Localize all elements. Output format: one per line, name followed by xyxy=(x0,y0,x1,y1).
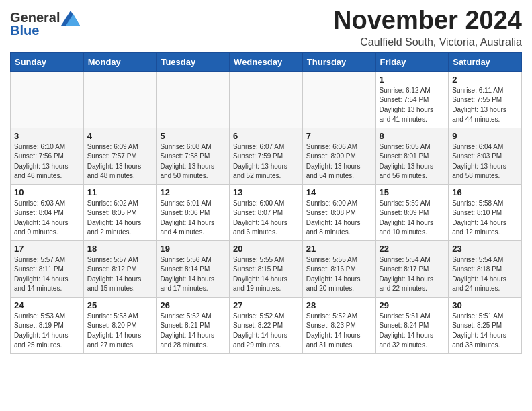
calendar-cell: 25Sunrise: 5:53 AMSunset: 8:20 PMDayligh… xyxy=(83,297,157,353)
calendar-cell: 12Sunrise: 6:01 AMSunset: 8:06 PMDayligh… xyxy=(157,184,230,240)
day-number: 24 xyxy=(14,300,80,310)
calendar-cell: 17Sunrise: 5:57 AMSunset: 8:11 PMDayligh… xyxy=(11,240,84,297)
day-info: Sunrise: 6:06 AMSunset: 8:00 PMDaylight:… xyxy=(306,142,372,181)
calendar-cell xyxy=(11,71,84,128)
calendar-week-3: 10Sunrise: 6:03 AMSunset: 8:04 PMDayligh… xyxy=(11,184,522,240)
day-info: Sunrise: 6:09 AMSunset: 7:57 PMDaylight:… xyxy=(87,142,153,181)
day-info: Sunrise: 6:02 AMSunset: 8:05 PMDaylight:… xyxy=(87,199,153,238)
day-info: Sunrise: 5:51 AMSunset: 8:24 PMDaylight:… xyxy=(380,312,445,351)
calendar-cell: 1Sunrise: 6:12 AMSunset: 7:54 PMDaylight… xyxy=(375,71,449,128)
calendar-cell: 29Sunrise: 5:51 AMSunset: 8:24 PMDayligh… xyxy=(375,297,449,353)
calendar-cell xyxy=(83,71,157,128)
calendar-cell: 30Sunrise: 5:51 AMSunset: 8:25 PMDayligh… xyxy=(449,297,522,353)
weekday-header-saturday: Saturday xyxy=(449,52,522,71)
day-number: 17 xyxy=(14,244,80,254)
day-number: 14 xyxy=(306,187,372,197)
day-number: 29 xyxy=(380,300,445,310)
day-number: 19 xyxy=(160,244,226,254)
title-block: November 2024 Caulfield South, Victoria,… xyxy=(333,7,522,48)
day-number: 4 xyxy=(87,131,153,141)
calendar-cell: 19Sunrise: 5:56 AMSunset: 8:14 PMDayligh… xyxy=(157,240,230,297)
day-number: 2 xyxy=(452,75,518,85)
calendar-week-5: 24Sunrise: 5:53 AMSunset: 8:19 PMDayligh… xyxy=(11,297,522,353)
calendar-cell: 3Sunrise: 6:10 AMSunset: 7:56 PMDaylight… xyxy=(11,128,84,184)
day-number: 3 xyxy=(14,131,80,141)
day-info: Sunrise: 5:57 AMSunset: 8:12 PMDaylight:… xyxy=(87,255,153,294)
day-info: Sunrise: 5:57 AMSunset: 8:11 PMDaylight:… xyxy=(14,255,80,294)
day-info: Sunrise: 5:59 AMSunset: 8:09 PMDaylight:… xyxy=(380,199,445,238)
day-info: Sunrise: 6:07 AMSunset: 7:59 PMDaylight:… xyxy=(233,142,299,181)
day-number: 27 xyxy=(233,300,299,310)
calendar-week-1: 1Sunrise: 6:12 AMSunset: 7:54 PMDaylight… xyxy=(11,71,522,128)
day-info: Sunrise: 5:53 AMSunset: 8:20 PMDaylight:… xyxy=(87,312,153,351)
day-number: 26 xyxy=(160,300,226,310)
calendar-cell: 2Sunrise: 6:11 AMSunset: 7:55 PMDaylight… xyxy=(449,71,522,128)
calendar-cell: 23Sunrise: 5:54 AMSunset: 8:18 PMDayligh… xyxy=(449,240,522,297)
day-number: 21 xyxy=(306,244,372,254)
month-title: November 2024 xyxy=(333,7,522,35)
day-number: 1 xyxy=(380,75,445,85)
logo: General Blue xyxy=(10,7,80,38)
day-number: 8 xyxy=(380,131,445,141)
calendar-cell: 21Sunrise: 5:55 AMSunset: 8:16 PMDayligh… xyxy=(302,240,375,297)
day-number: 30 xyxy=(452,300,518,310)
logo-blue-text: Blue xyxy=(10,23,39,38)
day-info: Sunrise: 6:04 AMSunset: 8:03 PMDaylight:… xyxy=(452,142,518,181)
calendar-cell: 22Sunrise: 5:54 AMSunset: 8:17 PMDayligh… xyxy=(375,240,449,297)
calendar-cell: 8Sunrise: 6:05 AMSunset: 8:01 PMDaylight… xyxy=(375,128,449,184)
weekday-header-wednesday: Wednesday xyxy=(230,52,303,71)
day-info: Sunrise: 5:54 AMSunset: 8:17 PMDaylight:… xyxy=(380,255,445,294)
day-info: Sunrise: 5:52 AMSunset: 8:22 PMDaylight:… xyxy=(233,312,299,351)
day-info: Sunrise: 5:52 AMSunset: 8:23 PMDaylight:… xyxy=(306,312,372,351)
day-number: 11 xyxy=(87,187,153,197)
calendar-cell: 15Sunrise: 5:59 AMSunset: 8:09 PMDayligh… xyxy=(375,184,449,240)
day-info: Sunrise: 6:12 AMSunset: 7:54 PMDaylight:… xyxy=(380,86,445,125)
calendar-cell: 14Sunrise: 6:00 AMSunset: 8:08 PMDayligh… xyxy=(302,184,375,240)
calendar-cell: 28Sunrise: 5:52 AMSunset: 8:23 PMDayligh… xyxy=(302,297,375,353)
day-info: Sunrise: 6:00 AMSunset: 8:07 PMDaylight:… xyxy=(233,199,299,238)
day-info: Sunrise: 6:05 AMSunset: 8:01 PMDaylight:… xyxy=(380,142,445,181)
weekday-header-tuesday: Tuesday xyxy=(157,52,230,71)
calendar-cell: 27Sunrise: 5:52 AMSunset: 8:22 PMDayligh… xyxy=(230,297,303,353)
day-info: Sunrise: 5:51 AMSunset: 8:25 PMDaylight:… xyxy=(452,312,518,351)
day-info: Sunrise: 6:01 AMSunset: 8:06 PMDaylight:… xyxy=(160,199,226,238)
day-info: Sunrise: 5:54 AMSunset: 8:18 PMDaylight:… xyxy=(452,255,518,294)
day-number: 20 xyxy=(233,244,299,254)
day-number: 13 xyxy=(233,187,299,197)
calendar-cell: 10Sunrise: 6:03 AMSunset: 8:04 PMDayligh… xyxy=(11,184,84,240)
day-number: 5 xyxy=(160,131,226,141)
calendar-cell xyxy=(157,71,230,128)
day-number: 7 xyxy=(306,131,372,141)
header: General Blue November 2024 Caulfield Sou… xyxy=(10,7,522,48)
day-info: Sunrise: 5:52 AMSunset: 8:21 PMDaylight:… xyxy=(160,312,226,351)
day-number: 16 xyxy=(452,187,518,197)
calendar-cell: 24Sunrise: 5:53 AMSunset: 8:19 PMDayligh… xyxy=(11,297,84,353)
day-info: Sunrise: 6:10 AMSunset: 7:56 PMDaylight:… xyxy=(14,142,80,181)
day-number: 23 xyxy=(452,244,518,254)
calendar-cell: 11Sunrise: 6:02 AMSunset: 8:05 PMDayligh… xyxy=(83,184,157,240)
calendar-cell: 20Sunrise: 5:55 AMSunset: 8:15 PMDayligh… xyxy=(230,240,303,297)
weekday-header-sunday: Sunday xyxy=(11,52,84,71)
day-info: Sunrise: 5:56 AMSunset: 8:14 PMDaylight:… xyxy=(160,255,226,294)
page: General Blue November 2024 Caulfield Sou… xyxy=(0,0,532,364)
day-number: 15 xyxy=(380,187,445,197)
day-info: Sunrise: 6:11 AMSunset: 7:55 PMDaylight:… xyxy=(452,86,518,125)
calendar-cell: 26Sunrise: 5:52 AMSunset: 8:21 PMDayligh… xyxy=(157,297,230,353)
day-info: Sunrise: 6:00 AMSunset: 8:08 PMDaylight:… xyxy=(306,199,372,238)
calendar-week-2: 3Sunrise: 6:10 AMSunset: 7:56 PMDaylight… xyxy=(11,128,522,184)
day-number: 18 xyxy=(87,244,153,254)
day-number: 28 xyxy=(306,300,372,310)
day-info: Sunrise: 6:08 AMSunset: 7:58 PMDaylight:… xyxy=(160,142,226,181)
day-info: Sunrise: 5:55 AMSunset: 8:15 PMDaylight:… xyxy=(233,255,299,294)
calendar-cell: 9Sunrise: 6:04 AMSunset: 8:03 PMDaylight… xyxy=(449,128,522,184)
logo-icon xyxy=(61,11,80,26)
calendar-cell: 7Sunrise: 6:06 AMSunset: 8:00 PMDaylight… xyxy=(302,128,375,184)
day-number: 25 xyxy=(87,300,153,310)
day-info: Sunrise: 5:53 AMSunset: 8:19 PMDaylight:… xyxy=(14,312,80,351)
calendar: SundayMondayTuesdayWednesdayThursdayFrid… xyxy=(10,52,522,354)
weekday-header-thursday: Thursday xyxy=(302,52,375,71)
day-number: 22 xyxy=(380,244,445,254)
calendar-week-4: 17Sunrise: 5:57 AMSunset: 8:11 PMDayligh… xyxy=(11,240,522,297)
calendar-cell xyxy=(302,71,375,128)
calendar-cell xyxy=(230,71,303,128)
